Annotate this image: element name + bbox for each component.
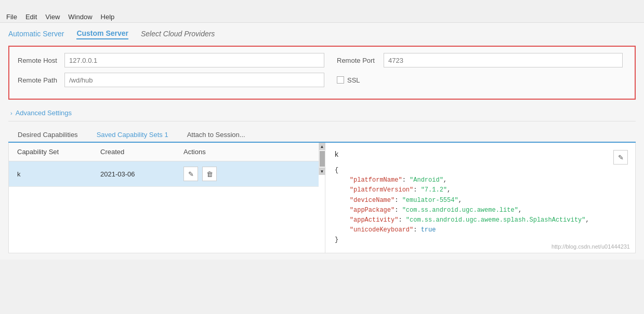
advanced-settings-row[interactable]: › Advanced Settings <box>8 105 636 121</box>
bottom-tabs-row: Desired Capabilities Saved Capability Se… <box>8 128 636 143</box>
json-content: { "platformName": "Android", "platformVe… <box>335 166 626 245</box>
host-port-row: Remote Host Remote Port <box>18 53 626 67</box>
path-ssl-row: Remote Path SSL <box>18 73 626 87</box>
tab-desired-capabilities[interactable]: Desired Capabilities <box>8 128 87 142</box>
chevron-right-icon: › <box>10 110 12 116</box>
remote-port-input[interactable] <box>384 53 623 67</box>
table-row[interactable]: k 2021-03-06 ✎ 🗑 <box>9 161 319 187</box>
tab-custom-server[interactable]: Custom Server <box>76 29 128 39</box>
advanced-settings-label: Advanced Settings <box>16 109 72 117</box>
json-line-2: "platformVersion": "7.1.2", <box>335 185 626 195</box>
remote-port-section: Remote Port <box>337 53 623 67</box>
menu-file[interactable]: File <box>2 12 21 22</box>
scrollbar[interactable]: ▲ ▼ <box>319 143 325 175</box>
remote-port-label: Remote Port <box>337 57 384 64</box>
edit-row-button[interactable]: ✎ <box>183 167 198 181</box>
json-line-1: "platformName": "Android", <box>335 175 626 185</box>
scrollbar-up-button[interactable]: ▲ <box>319 143 325 150</box>
scrollbar-thumb[interactable] <box>320 151 325 167</box>
remote-host-input[interactable] <box>64 53 324 67</box>
table-body: k 2021-03-06 ✎ 🗑 <box>9 161 319 187</box>
watermark: http://blog.csdn.net/u01444231 <box>551 243 630 250</box>
json-line-5: "appActivity": "com.ss.android.ugc.aweme… <box>335 215 626 225</box>
table-header: Capability Set Created Actions <box>9 143 319 161</box>
title-bar <box>0 0 644 11</box>
ssl-section: SSL <box>337 76 360 84</box>
td-actions: ✎ 🗑 <box>183 167 246 181</box>
content-area: Capability Set Created Actions k 2021-03… <box>8 143 636 253</box>
json-line-6: "unicodeKeyboard": true <box>335 225 626 235</box>
td-capability: k <box>17 170 100 178</box>
server-config-box: Remote Host Remote Port Remote Path SSL <box>8 46 636 100</box>
table-with-scroll: Capability Set Created Actions k 2021-03… <box>9 143 325 187</box>
tab-saved-capability-sets[interactable]: Saved Capability Sets 1 <box>87 128 178 143</box>
scrollbar-down-button[interactable]: ▼ <box>319 168 325 175</box>
edit-capability-button[interactable]: ✎ <box>613 150 628 165</box>
remote-path-input[interactable] <box>64 73 324 87</box>
menu-bar: File Edit View Window Help <box>0 11 644 23</box>
th-actions: Actions <box>183 148 246 156</box>
capability-title: k <box>335 150 626 158</box>
menu-window[interactable]: Window <box>64 12 96 22</box>
json-line-3: "deviceName": "emulator-5554", <box>335 196 626 206</box>
main-content: Automatic Server Custom Server Select Cl… <box>0 23 644 260</box>
td-created: 2021-03-06 <box>100 170 183 178</box>
remote-path-label: Remote Path <box>18 76 64 84</box>
menu-edit[interactable]: Edit <box>21 12 41 22</box>
menu-help[interactable]: Help <box>97 12 119 22</box>
tab-automatic-server[interactable]: Automatic Server <box>8 30 64 39</box>
server-tabs-row: Automatic Server Custom Server Select Cl… <box>8 29 636 39</box>
left-panel: Capability Set Created Actions k 2021-03… <box>8 143 325 253</box>
th-created: Created <box>100 148 183 156</box>
ssl-label: SSL <box>347 76 360 84</box>
json-line-4: "appPackage": "com.ss.android.ugc.aweme.… <box>335 206 626 215</box>
right-panel: k ✎ { "platformName": "Android", "platfo… <box>325 143 636 253</box>
json-line-0: { <box>335 166 626 175</box>
menu-view[interactable]: View <box>41 12 64 22</box>
tab-attach-session[interactable]: Attach to Session... <box>178 128 255 142</box>
table-content: Capability Set Created Actions k 2021-03… <box>9 143 319 187</box>
delete-row-button[interactable]: 🗑 <box>202 167 217 181</box>
th-capability: Capability Set <box>17 148 100 156</box>
tab-cloud-providers[interactable]: Select Cloud Providers <box>141 30 215 39</box>
remote-host-label: Remote Host <box>18 57 64 64</box>
ssl-checkbox[interactable] <box>337 76 344 84</box>
